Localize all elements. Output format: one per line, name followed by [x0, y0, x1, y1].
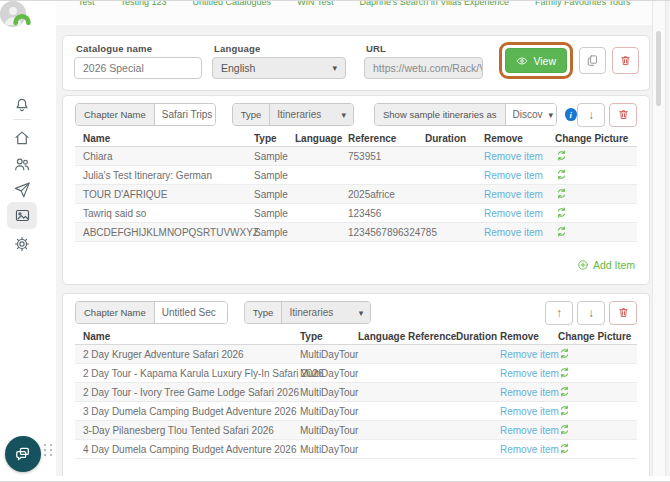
language-value: English [221, 62, 255, 74]
column-header: Name [75, 133, 254, 144]
table-row: 2 Day Kruger Adventure Safari 2026MultiD… [75, 345, 637, 364]
move-chapter-down-button[interactable]: ↓ [577, 103, 605, 127]
arrow-down-icon: ↓ [588, 307, 594, 319]
table-row: Julia's Test Itinerary: GermanSampleRemo… [75, 166, 637, 185]
top-nav-item[interactable]: Test [78, 1, 95, 8]
sidebar-item-settings[interactable] [11, 233, 33, 255]
info-icon[interactable]: i [565, 108, 577, 121]
remove-item-link[interactable]: Remove item [500, 425, 559, 436]
remove-item-link[interactable]: Remove item [500, 444, 559, 455]
chat-drag-handle[interactable] [44, 444, 53, 456]
chevron-down-icon: ▾ [353, 308, 364, 318]
add-item-label: Add Item [593, 259, 635, 271]
top-nav-item[interactable]: Testing 123 [121, 1, 167, 8]
wetu-logo-icon[interactable] [11, 8, 33, 30]
change-picture-icon[interactable] [558, 347, 571, 360]
remove-item-link[interactable]: Remove item [500, 349, 559, 360]
chapter-name-control: Chapter Name Untitled Sec [75, 301, 228, 324]
change-picture-icon[interactable] [558, 442, 571, 455]
change-picture-icon[interactable] [558, 423, 571, 436]
sidebar-divider [13, 119, 31, 120]
column-header: Remove [484, 133, 555, 144]
copy-icon [586, 54, 599, 67]
scrollbar-thumb[interactable] [656, 31, 661, 106]
change-picture-icon[interactable] [555, 149, 568, 162]
move-chapter-up-button[interactable]: ↑ [545, 301, 573, 325]
change-picture-icon[interactable] [555, 168, 568, 181]
move-chapter-down-button[interactable]: ↓ [577, 301, 605, 325]
chapter-name-input[interactable]: Safari Trips [155, 104, 216, 125]
type-select[interactable]: Itineraries ▾ [270, 104, 353, 125]
copy-catalogue-button[interactable] [579, 47, 606, 74]
change-picture-icon[interactable] [555, 225, 568, 238]
sidebar-item-home[interactable] [11, 127, 33, 149]
change-picture-icon[interactable] [555, 206, 568, 219]
remove-item-link[interactable]: Remove item [484, 170, 543, 181]
vertical-scrollbar[interactable] [652, 1, 666, 476]
change-picture-icon[interactable] [555, 187, 568, 200]
top-nav-item[interactable]: Untitled Catalogues [193, 1, 272, 8]
remove-item-link[interactable]: Remove item [484, 151, 543, 162]
cell-name: Tawriq said so [75, 208, 254, 219]
remove-item-link[interactable]: Remove item [500, 406, 559, 417]
chat-launcher-button[interactable] [5, 436, 41, 472]
view-button[interactable]: View [505, 48, 567, 73]
table-row: 2 Day Tour - Kapama Karula Luxury Fly-In… [75, 364, 637, 383]
notifications-bell-icon[interactable] [11, 94, 33, 116]
cell-reference: 1234567896324785 [348, 227, 425, 238]
cell-name: 2 Day Kruger Adventure Safari 2026 [75, 349, 300, 360]
top-nav-item[interactable]: Family Favourites Tours [535, 1, 630, 8]
column-header: Change Picture [555, 133, 637, 144]
type-select[interactable]: Itineraries ▾ [282, 302, 370, 323]
cell-name: ABCDEFGHIJKLMNOPQSRTUVWXYZ [75, 227, 254, 238]
table-header-row: NameTypeLanguageReferenceDurationRemoveC… [75, 328, 637, 345]
sidebar-item-itineraries-active[interactable] [7, 202, 37, 229]
cell-type: MultiDayTour [300, 387, 358, 398]
delete-chapter-button[interactable] [609, 103, 637, 127]
catalogue-name-input[interactable]: 2026 Special [74, 57, 202, 79]
eye-icon [516, 55, 528, 67]
cell-name: 3-Day Pilanesberg Tlou Tented Safari 202… [75, 425, 300, 436]
table-row: ChiaraSample753951Remove item [75, 147, 637, 166]
column-header: Change Picture [558, 331, 637, 342]
chapter-name-label: Chapter Name [76, 104, 155, 125]
remove-item-link[interactable]: Remove item [484, 227, 543, 238]
sidebar-item-send[interactable] [11, 179, 33, 201]
chapter-name-label: Chapter Name [76, 302, 155, 323]
remove-item-link[interactable]: Remove item [484, 189, 543, 200]
sample-select[interactable]: Discov ▾ [506, 104, 557, 125]
remove-item-link[interactable]: Remove item [484, 208, 543, 219]
remove-item-link[interactable]: Remove item [500, 387, 559, 398]
image-icon [14, 207, 31, 224]
language-select[interactable]: English ▾ [212, 57, 346, 79]
remove-item-link[interactable]: Remove item [500, 368, 559, 379]
cell-name: 3 Day Dumela Camping Budget Adventure 20… [75, 406, 300, 417]
change-picture-icon[interactable] [558, 385, 571, 398]
sidebar-item-contacts[interactable] [11, 153, 33, 175]
change-picture-icon[interactable] [558, 366, 571, 379]
catalogue-name-value: 2026 Special [83, 62, 144, 74]
change-picture-icon[interactable] [558, 404, 571, 417]
top-nav-item[interactable]: Daphne's Search in Villas Experience [359, 1, 509, 8]
cell-name: TOUR D'AFRIQUE [75, 189, 254, 200]
sample-itineraries-control: Show sample itineraries as Discov ▾ [374, 103, 557, 126]
url-input[interactable]: https://wetu.com/Rack/View/C... [364, 57, 483, 79]
page-bottom-edge [0, 476, 670, 481]
cell-reference: 123456 [348, 208, 425, 219]
chapter-name-input[interactable]: Untitled Sec [155, 302, 227, 323]
add-item-link[interactable]: Add Item [577, 259, 635, 271]
delete-catalogue-button[interactable] [612, 47, 639, 74]
app-window: TestTesting 123Untitled CataloguesWIN Te… [0, 0, 670, 482]
chapter-card-2: Chapter Name Untitled Sec Type Itinerari… [62, 293, 650, 479]
top-nav-item[interactable]: WIN Test [297, 1, 333, 8]
arrow-up-icon: ↑ [556, 307, 562, 319]
sample-label: Show sample itineraries as [375, 104, 506, 125]
cell-name: 2 Day Tour - Ivory Tree Game Lodge Safar… [75, 387, 300, 398]
delete-chapter-button[interactable] [609, 301, 637, 325]
table-row: TOUR D'AFRIQUESample2025africeRemove ite… [75, 185, 637, 204]
table-row: 3-Day Pilanesberg Tlou Tented Safari 202… [75, 421, 637, 440]
cell-name: 2 Day Tour - Kapama Karula Luxury Fly-In… [75, 368, 300, 379]
table-row: ABCDEFGHIJKLMNOPQSRTUVWXYZSample12345678… [75, 223, 637, 242]
cell-type: Sample [254, 151, 295, 162]
cell-type: MultiDayTour [300, 444, 358, 455]
